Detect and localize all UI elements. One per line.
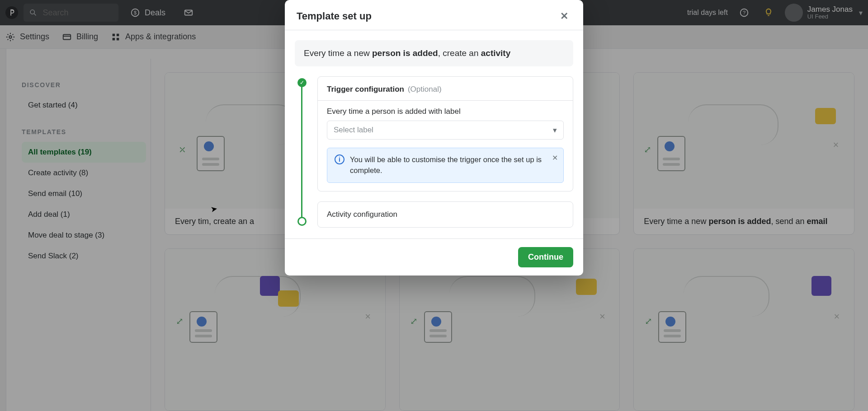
check-icon: ✓	[299, 79, 305, 86]
select-placeholder: Select label	[334, 126, 373, 135]
activity-config-card[interactable]: Activity configuration	[317, 201, 573, 228]
close-icon: ✕	[552, 154, 558, 162]
close-icon: ✕	[560, 10, 568, 22]
step-dot-pending	[297, 217, 307, 226]
activity-title: Activity configuration	[327, 210, 397, 219]
template-setup-modal: Template set up ✕ Every time a new perso…	[285, 0, 583, 276]
chevron-down-icon: ▾	[553, 126, 557, 135]
info-icon: i	[335, 154, 344, 164]
info-close-button[interactable]: ✕	[552, 154, 558, 162]
trigger-title: Trigger configuration	[327, 85, 404, 94]
trigger-optional: (Optional)	[408, 85, 442, 94]
label-select[interactable]: Select label ▾	[327, 121, 564, 140]
continue-button[interactable]: Continue	[518, 247, 573, 267]
trigger-label-text: Every time a person is added with label	[327, 107, 564, 116]
trigger-config-card: Trigger configuration (Optional) Every t…	[317, 76, 573, 191]
info-callout: i You will be able to customise the trig…	[327, 148, 564, 183]
mouse-cursor: ➤	[210, 204, 218, 215]
wizard-rail: ✓	[295, 76, 308, 228]
modal-overlay[interactable]: Template set up ✕ Every time a new perso…	[0, 0, 868, 411]
modal-title: Template set up	[297, 10, 372, 22]
modal-close-button[interactable]: ✕	[557, 9, 571, 23]
step-dot-complete: ✓	[297, 78, 307, 87]
template-sentence: Every time a new person is added, create…	[295, 40, 573, 66]
info-text: You will be able to customise the trigge…	[350, 154, 556, 176]
